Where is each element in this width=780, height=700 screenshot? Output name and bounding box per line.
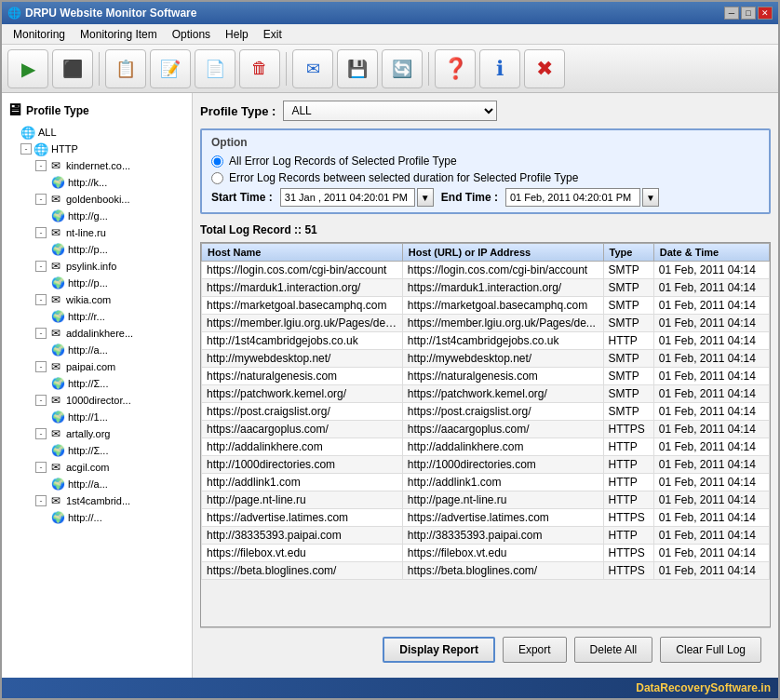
maximize-button[interactable]: □ xyxy=(741,7,756,20)
table-row[interactable]: http://1000directories.com http://1000di… xyxy=(202,456,770,474)
tree-item-http[interactable]: - 🌐 HTTP xyxy=(2,141,192,157)
tree-item-1stcambrid[interactable]: - ✉ 1st4cambrid... xyxy=(2,492,192,509)
table-row[interactable]: https://member.lgiu.org.uk/Pages/defa...… xyxy=(202,315,770,332)
cell-datetime: 01 Feb, 2011 04:14 xyxy=(653,438,769,456)
tree-item-wikia[interactable]: - ✉ wikia.com xyxy=(2,291,192,308)
table-row[interactable]: https://filebox.vt.edu https://filebox.v… xyxy=(202,545,770,562)
menu-exit[interactable]: Exit xyxy=(256,26,289,43)
clear-full-log-button[interactable]: Clear Full Log xyxy=(660,637,761,663)
ntline-toggle[interactable]: - xyxy=(35,227,47,238)
delete-button[interactable]: 🗑 xyxy=(239,49,280,88)
help-button[interactable]: ❓ xyxy=(435,49,476,88)
stop-button[interactable]: ⬛ xyxy=(52,49,93,88)
cell-url: https://marduk1.interaction.org/ xyxy=(402,279,603,297)
minimize-button[interactable]: ─ xyxy=(724,7,739,20)
tree-item-acgil[interactable]: - ✉ acgil.com xyxy=(2,459,192,476)
tree-item-goldenbook[interactable]: - ✉ goldenbooki... xyxy=(2,191,192,208)
header-row: Host Name Host (URL) or IP Address Type … xyxy=(202,244,770,262)
log-table-container[interactable]: Host Name Host (URL) or IP Address Type … xyxy=(200,242,771,627)
table-row[interactable]: https://post.craigslist.org/ https://pos… xyxy=(202,403,770,421)
1stcambrid-toggle[interactable]: - xyxy=(35,495,47,506)
acgil-toggle[interactable]: - xyxy=(35,462,47,473)
tree-item-paipai-url[interactable]: 🌍 http://Σ... xyxy=(2,375,192,392)
paipai-toggle[interactable]: - xyxy=(35,361,47,372)
radio-all-records[interactable] xyxy=(211,155,223,168)
table-row[interactable]: https://naturalgenesis.com https://natur… xyxy=(202,368,770,385)
kindernet-toggle[interactable]: - xyxy=(35,160,47,171)
table-row[interactable]: https://login.cos.com/cgi-bin/account ht… xyxy=(202,262,770,279)
cell-datetime: 01 Feb, 2011 04:14 xyxy=(653,527,769,545)
tree-item-kindernet-url[interactable]: 🌍 http://k... xyxy=(2,174,192,191)
menu-monitoring-item[interactable]: Monitoring Item xyxy=(73,26,165,43)
profile-type-select[interactable]: ALL HTTP HTTPS SMTP FTP xyxy=(283,101,497,121)
tree-item-goldenbook-url[interactable]: 🌍 http://g... xyxy=(2,208,192,224)
end-time-field[interactable] xyxy=(505,188,640,207)
goldenbook-toggle[interactable]: - xyxy=(35,194,47,205)
tree-item-psylink[interactable]: - ✉ psylink.info xyxy=(2,258,192,275)
cell-datetime: 01 Feb, 2011 04:14 xyxy=(653,332,769,350)
menu-bar: Monitoring Monitoring Item Options Help … xyxy=(2,24,778,45)
edit-button[interactable]: 📝 xyxy=(150,49,191,88)
cell-host: https://aacargoplus.com/ xyxy=(202,421,403,438)
tree-item-paipai[interactable]: - ✉ paipai.com xyxy=(2,358,192,375)
toolbar-separator-1 xyxy=(99,52,100,86)
menu-options[interactable]: Options xyxy=(165,26,218,43)
menu-help[interactable]: Help xyxy=(218,26,256,43)
exit-button[interactable]: ✖ xyxy=(524,49,565,88)
tree-item-artally[interactable]: - ✉ artally.org xyxy=(2,425,192,442)
close-window-button[interactable]: ✕ xyxy=(758,7,773,20)
start-time-field[interactable] xyxy=(280,188,415,207)
table-row[interactable]: http://38335393.paipai.com http://383353… xyxy=(202,527,770,545)
menu-monitoring[interactable]: Monitoring xyxy=(6,26,73,43)
table-row[interactable]: https://marketgoal.basecamphq.com https:… xyxy=(202,297,770,315)
info-button[interactable]: ℹ xyxy=(479,49,520,88)
refresh-button[interactable]: 🔄 xyxy=(382,49,423,88)
table-row[interactable]: http://1st4cambridgejobs.co.uk http://1s… xyxy=(202,332,770,350)
email-button[interactable]: ✉ xyxy=(292,49,333,88)
tree-item-wikia-url[interactable]: 🌍 http://r... xyxy=(2,308,192,325)
table-row[interactable]: https://patchwork.kemel.org/ https://pat… xyxy=(202,385,770,403)
table-row[interactable]: http://addalinkhere.com http://addalinkh… xyxy=(202,438,770,456)
table-row[interactable]: https://aacargoplus.com/ https://aacargo… xyxy=(202,421,770,438)
tree-item-all[interactable]: 🌐 ALL xyxy=(2,124,192,141)
tree-item-1000director-url[interactable]: 🌍 http://1... xyxy=(2,409,192,425)
add-button[interactable]: 📋 xyxy=(105,49,146,88)
start-time-picker[interactable]: ▼ xyxy=(417,188,434,207)
tree-item-psylink-url[interactable]: 🌍 http://p... xyxy=(2,275,192,291)
1000director-toggle[interactable]: - xyxy=(35,395,47,406)
tree-item-addalink-url[interactable]: 🌍 http://a... xyxy=(2,342,192,358)
psylink-toggle[interactable]: - xyxy=(35,261,47,272)
wikia-toggle[interactable]: - xyxy=(35,294,47,305)
http-toggle[interactable]: - xyxy=(20,143,32,155)
table-row[interactable]: http://page.nt-line.ru http://page.nt-li… xyxy=(202,491,770,509)
tree-item-1000director[interactable]: - ✉ 1000director... xyxy=(2,392,192,409)
tree-item-acgil-url[interactable]: 🌍 http://a... xyxy=(2,476,192,492)
artally-toggle[interactable]: - xyxy=(35,428,47,439)
profile-type-label: Profile Type : xyxy=(200,104,276,118)
table-row[interactable]: https://beta.bloglines.com/ https://beta… xyxy=(202,562,770,580)
table-row[interactable]: http://mywebdesktop.net/ http://mywebdes… xyxy=(202,350,770,368)
tree-item-ntline-url[interactable]: 🌍 http://p... xyxy=(2,241,192,258)
start-button[interactable]: ▶ xyxy=(7,49,48,88)
tree-item-addalink[interactable]: - ✉ addalinkhere... xyxy=(2,325,192,342)
tree-label-acgil: acgil.com xyxy=(66,462,109,473)
export-button[interactable]: Export xyxy=(503,637,567,663)
radio-duration-records[interactable] xyxy=(211,172,223,184)
radio-all-label: All Error Log Records of Selected Profil… xyxy=(229,155,457,168)
addalink-toggle[interactable]: - xyxy=(35,328,47,339)
delete-all-button[interactable]: Delete All xyxy=(574,637,653,663)
tree-item-1stcambrid-url[interactable]: 🌍 http://... xyxy=(2,509,192,526)
tree-label-http: HTTP xyxy=(51,143,78,155)
table-row[interactable]: https://advertise.latimes.com https://ad… xyxy=(202,509,770,527)
tree-item-artally-url[interactable]: 🌍 http://Σ... xyxy=(2,442,192,459)
tree-item-ntline[interactable]: - ✉ nt-line.ru xyxy=(2,224,192,241)
export-button[interactable]: 💾 xyxy=(337,49,378,88)
tree-item-kindernet[interactable]: - ✉ kindernet.co... xyxy=(2,157,192,174)
end-time-picker[interactable]: ▼ xyxy=(642,188,659,207)
view-button[interactable]: 📄 xyxy=(195,49,235,88)
tree-label-addalink-url: http://a... xyxy=(68,344,108,356)
table-row[interactable]: https://marduk1.interaction.org/ https:/… xyxy=(202,279,770,297)
tree-root-label: Profile Type xyxy=(26,104,89,117)
display-report-button[interactable]: Display Report xyxy=(383,637,495,663)
table-row[interactable]: http://addlink1.com http://addlink1.com … xyxy=(202,474,770,491)
